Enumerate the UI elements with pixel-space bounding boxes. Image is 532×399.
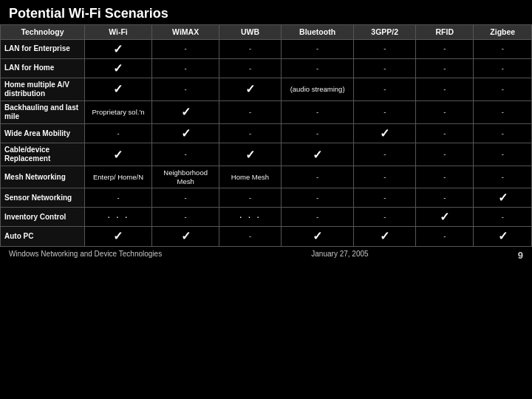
cell-wimax: ✓ (152, 123, 219, 143)
cell-wifi: - (84, 188, 151, 207)
table-header: TechnologyWi-FiWiMAXUWBBluetooth3GPP/2RF… (1, 25, 532, 40)
cell-zigbee: - (474, 143, 532, 166)
cell-wifi: - (84, 123, 151, 143)
cell-rfid: - (416, 100, 474, 123)
cell-gpp: - (354, 188, 416, 207)
cell-rfid: - (416, 78, 474, 100)
cell-rfid: - (416, 143, 474, 166)
cell-wimax: - (152, 208, 219, 227)
cell-tech: Sensor Networking (1, 188, 85, 207)
checkmark-icon: ✓ (113, 43, 123, 55)
checkmark-icon: ✓ (113, 62, 123, 75)
cell-uwb: - (219, 39, 282, 58)
cell-zigbee: - (474, 78, 532, 100)
table-row: Backhauling and last mileProprietary sol… (1, 100, 532, 123)
cell-bt: - (281, 208, 354, 227)
cell-wifi: Enterp/ Home/N (84, 166, 151, 188)
checkmark-icon: ✓ (181, 127, 191, 140)
checkmark-icon: ✓ (498, 230, 508, 242)
table-row: LAN for Enterprise✓------ (1, 39, 532, 58)
cell-zigbee: ✓ (474, 227, 532, 246)
checkmark-icon: ✓ (313, 230, 322, 242)
cell-bt: - (281, 188, 354, 207)
table-row: LAN for Home✓------ (1, 58, 532, 78)
cell-zigbee: - (474, 58, 532, 78)
cell-bt: - (281, 58, 354, 78)
cell-wimax: - (152, 188, 219, 207)
cell-bt: - (281, 39, 354, 58)
cell-tech: Wide Area Mobility (1, 123, 85, 143)
cell-wimax: - (152, 58, 219, 78)
cell-gpp: - (354, 58, 416, 78)
cell-uwb: - (219, 227, 282, 246)
cell-wifi: Proprietary sol.'n (84, 100, 151, 123)
col-header-bluetooth: Bluetooth (281, 25, 354, 40)
cell-wimax: - (152, 78, 219, 100)
cell-wimax: - (152, 143, 219, 166)
col-header-technology: Technology (1, 25, 85, 40)
table-row: Wide Area Mobility-✓--✓-- (1, 123, 532, 143)
footer: Windows Networking and Device Technologi… (0, 247, 532, 264)
table-row: Mesh NetworkingEnterp/ Home/NNeighborhoo… (1, 166, 532, 188)
cell-wifi: ✓ (84, 39, 151, 58)
cell-wimax: Neighborhood Mesh (152, 166, 219, 188)
footer-left: Windows Networking and Device Technologi… (9, 250, 162, 261)
cell-gpp: ✓ (354, 123, 416, 143)
cell-wimax: ✓ (152, 100, 219, 123)
checkmark-icon: ✓ (113, 83, 123, 95)
cell-rfid: - (416, 123, 474, 143)
checkmark-icon: ✓ (181, 230, 191, 242)
cell-zigbee: - (474, 123, 532, 143)
scenarios-table: TechnologyWi-FiWiMAXUWBBluetooth3GPP/2RF… (0, 24, 532, 247)
cell-gpp: ✓ (354, 227, 416, 246)
cell-rfid: - (416, 166, 474, 188)
cell-bt: - (281, 166, 354, 188)
cell-zigbee: - (474, 208, 532, 227)
cell-rfid: - (416, 188, 474, 207)
col-header-zigbee: Zigbee (474, 25, 532, 40)
cell-uwb: - (219, 100, 282, 123)
cell-bt: - (281, 123, 354, 143)
cell-zigbee: - (474, 100, 532, 123)
table-row: Sensor Networking------✓ (1, 188, 532, 207)
col-header-wimax: WiMAX (152, 25, 219, 40)
cell-gpp: - (354, 78, 416, 100)
cell-uwb: - (219, 123, 282, 143)
checkmark-icon: ✓ (245, 83, 255, 95)
col-header-uwb: UWB (219, 25, 282, 40)
col-header-rfid: RFID (416, 25, 474, 40)
cell-zigbee: - (474, 166, 532, 188)
dots-icon: · · · (239, 211, 261, 222)
cell-zigbee: ✓ (474, 188, 532, 207)
cell-rfid: - (416, 58, 474, 78)
cell-rfid: ✓ (416, 208, 474, 227)
cell-wifi: ✓ (84, 78, 151, 100)
cell-tech: Backhauling and last mile (1, 100, 85, 123)
cell-rfid: - (416, 227, 474, 246)
checkmark-icon: ✓ (440, 211, 449, 223)
page-title: Potential Wi-Fi Scenarios (0, 0, 532, 24)
page-number: 9 (518, 250, 523, 261)
cell-gpp: - (354, 39, 416, 58)
cell-wimax: ✓ (152, 227, 219, 246)
dots-icon: · · · (107, 211, 129, 222)
cell-wimax: - (152, 39, 219, 58)
checkmark-icon: ✓ (498, 191, 508, 204)
cell-gpp: - (354, 208, 416, 227)
table-row: Inventory Control· · ·-· · ·--✓- (1, 208, 532, 227)
cell-wifi: ✓ (84, 227, 151, 246)
cell-zigbee: - (474, 39, 532, 58)
checkmark-icon: ✓ (181, 106, 191, 118)
table-row: Cable/device Replacement✓-✓✓--- (1, 143, 532, 166)
checkmark-icon: ✓ (380, 230, 389, 242)
cell-gpp: - (354, 166, 416, 188)
cell-uwb: Home Mesh (219, 166, 282, 188)
cell-tech: LAN for Home (1, 58, 85, 78)
cell-bt: ✓ (281, 227, 354, 246)
checkmark-icon: ✓ (313, 149, 322, 161)
cell-tech: Home multiple A/V distribution (1, 78, 85, 100)
table-row: Auto PC✓✓-✓✓-✓ (1, 227, 532, 246)
checkmark-icon: ✓ (113, 230, 123, 242)
table-row: Home multiple A/V distribution✓-✓(audio … (1, 78, 532, 100)
cell-bt: ✓ (281, 143, 354, 166)
